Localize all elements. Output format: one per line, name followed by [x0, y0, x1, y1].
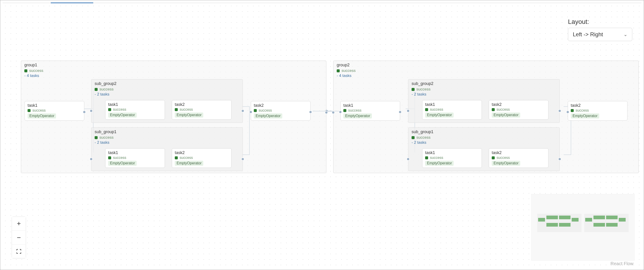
status-dot-icon — [175, 156, 178, 159]
chevron-down-icon: ⌄ — [624, 32, 628, 37]
port-in[interactable] — [332, 111, 335, 114]
operator-badge: EmptyOperator — [28, 114, 56, 118]
group-title: group1 — [21, 61, 326, 68]
operator-badge: EmptyOperator — [343, 114, 372, 118]
port-out[interactable] — [241, 158, 244, 161]
zoom-out-button[interactable]: − — [12, 230, 26, 244]
zoom-in-button[interactable]: + — [12, 217, 26, 230]
subgroup-group1-sub_group2[interactable]: sub_group2 success - 2 tasks task1 succe… — [91, 79, 243, 123]
status-dot-icon — [412, 136, 414, 139]
fit-view-icon — [16, 249, 22, 254]
layout-panel: Layout: Left -> Right ⌄ — [568, 18, 632, 41]
zoom-controls: + − — [12, 216, 26, 258]
group-group2[interactable]: group2 success - 4 tasks task1 success E… — [333, 60, 639, 173]
status-dot-icon — [343, 109, 346, 112]
task-node[interactable]: task2 success EmptyOperator — [489, 148, 548, 168]
task-node-group1-task2[interactable]: task2 success EmptyOperator — [251, 101, 310, 120]
minimap-content — [537, 214, 628, 232]
operator-badge: EmptyOperator — [425, 112, 454, 118]
fit-view-button[interactable] — [12, 244, 26, 258]
task-node-group2-task2[interactable]: task2 success EmptyOperator — [568, 101, 628, 120]
port-in[interactable] — [90, 158, 93, 161]
operator-badge: EmptyOperator — [108, 112, 137, 118]
port-in[interactable] — [406, 158, 410, 161]
port-in[interactable] — [406, 109, 410, 112]
operator-badge: EmptyOperator — [254, 114, 282, 118]
task-node-group2-task1[interactable]: task1 success EmptyOperator — [340, 101, 400, 120]
status-dot-icon — [175, 108, 178, 111]
status-dot-icon — [571, 109, 574, 112]
port-out[interactable] — [83, 110, 86, 114]
subgroup-group2-sub_group2[interactable]: sub_group2 success - 2 tasks task1 succe… — [408, 79, 560, 123]
subgroup-collapse-link[interactable]: - 2 tasks — [408, 92, 560, 98]
subgroup-group1-sub_group1[interactable]: sub_group1 success - 2 tasks task1 succe… — [91, 128, 243, 171]
port-in[interactable] — [249, 110, 252, 114]
status-dot-icon — [94, 136, 98, 139]
operator-badge: EmptyOperator — [492, 112, 520, 118]
status-dot-icon — [108, 108, 111, 111]
task-node[interactable]: task1 success EmptyOperator — [422, 100, 482, 120]
port-in[interactable] — [566, 110, 569, 114]
status-dot-icon — [94, 88, 98, 91]
task-node[interactable]: task1 success EmptyOperator — [105, 148, 165, 168]
task-node[interactable]: task2 success EmptyOperator — [489, 100, 548, 120]
status-dot-icon — [492, 108, 495, 111]
port-out[interactable] — [325, 111, 328, 114]
port-in[interactable] — [339, 110, 342, 114]
group-status: success — [21, 68, 326, 73]
react-flow-attribution: React Flow — [610, 261, 634, 266]
subgroup-collapse-link[interactable]: - 2 tasks — [92, 92, 242, 98]
status-dot-icon — [425, 156, 428, 159]
layout-selected-value: Left -> Right — [573, 31, 603, 38]
status-dot-icon — [254, 109, 257, 112]
subgroup-collapse-link[interactable]: - 2 tasks — [92, 140, 242, 147]
status-dot-icon — [425, 108, 428, 111]
status-dot-icon — [28, 109, 30, 112]
port-out[interactable] — [309, 110, 312, 114]
layout-select[interactable]: Left -> Right ⌄ — [568, 28, 632, 41]
group-title: group2 — [334, 61, 638, 68]
operator-badge: EmptyOperator — [425, 161, 454, 166]
group-group1[interactable]: group1 success - 4 tasks task1 success E… — [21, 60, 326, 173]
subgroup-collapse-link[interactable]: - 2 tasks — [408, 140, 560, 147]
port-out[interactable] — [558, 109, 561, 112]
task-node[interactable]: task2 success EmptyOperator — [172, 148, 232, 168]
task-node[interactable]: task1 success EmptyOperator — [422, 148, 482, 168]
status-dot-icon — [24, 69, 27, 72]
port-in[interactable] — [90, 109, 93, 112]
operator-badge: EmptyOperator — [571, 114, 599, 118]
layout-label: Layout: — [568, 18, 632, 26]
group-collapse-link[interactable]: - 4 tasks — [21, 73, 326, 80]
operator-badge: EmptyOperator — [492, 161, 520, 166]
task-node[interactable]: task1 success EmptyOperator — [105, 100, 165, 120]
port-out[interactable] — [398, 110, 402, 114]
port-out[interactable] — [558, 158, 561, 161]
status-dot-icon — [337, 69, 340, 72]
operator-badge: EmptyOperator — [108, 161, 137, 166]
status-dot-icon — [412, 88, 414, 91]
group-status: success — [334, 68, 638, 73]
status-dot-icon — [492, 156, 495, 159]
operator-badge: EmptyOperator — [175, 112, 203, 118]
subgroup-group2-sub_group1[interactable]: sub_group1 success - 2 tasks task1 succe… — [408, 128, 560, 171]
flow-canvas[interactable]: Layout: Left -> Right ⌄ group1 success -… — [2, 3, 642, 268]
minimap[interactable] — [531, 194, 634, 260]
port-out[interactable] — [241, 109, 244, 112]
task-node-group1-task1[interactable]: task1 success EmptyOperator — [24, 101, 84, 120]
status-dot-icon — [108, 156, 111, 159]
group-collapse-link[interactable]: - 4 tasks — [334, 73, 638, 80]
operator-badge: EmptyOperator — [175, 161, 203, 166]
task-node[interactable]: task2 success EmptyOperator — [172, 100, 232, 120]
